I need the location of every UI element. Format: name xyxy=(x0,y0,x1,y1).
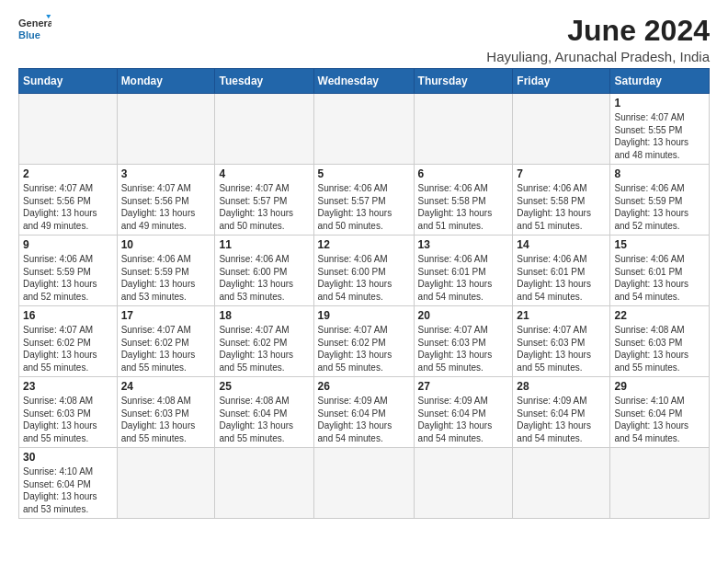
day-info: Sunrise: 4:07 AM Sunset: 6:02 PM Dayligh… xyxy=(219,324,309,373)
calendar-week-1: 1Sunrise: 4:07 AM Sunset: 5:55 PM Daylig… xyxy=(19,94,710,165)
page-container: General Blue June 2024 Hayuliang, Arunac… xyxy=(18,15,710,519)
calendar-cell: 7Sunrise: 4:06 AM Sunset: 5:58 PM Daylig… xyxy=(513,165,610,236)
calendar-cell xyxy=(19,94,118,165)
day-number: 15 xyxy=(614,238,705,251)
header-day-monday: Monday xyxy=(117,69,215,94)
calendar-cell: 8Sunrise: 4:06 AM Sunset: 5:59 PM Daylig… xyxy=(610,165,710,236)
calendar-week-3: 9Sunrise: 4:06 AM Sunset: 5:59 PM Daylig… xyxy=(19,236,710,306)
day-info: Sunrise: 4:06 AM Sunset: 5:58 PM Dayligh… xyxy=(418,182,509,232)
day-info: Sunrise: 4:07 AM Sunset: 6:02 PM Dayligh… xyxy=(23,324,113,373)
day-info: Sunrise: 4:08 AM Sunset: 6:03 PM Dayligh… xyxy=(23,395,113,444)
calendar-week-2: 2Sunrise: 4:07 AM Sunset: 5:56 PM Daylig… xyxy=(19,165,710,236)
day-number: 3 xyxy=(121,167,211,180)
calendar-cell xyxy=(215,448,313,519)
calendar-week-4: 16Sunrise: 4:07 AM Sunset: 6:02 PM Dayli… xyxy=(19,306,710,377)
calendar-cell: 1Sunrise: 4:07 AM Sunset: 5:55 PM Daylig… xyxy=(610,94,710,165)
day-number: 13 xyxy=(418,238,509,251)
day-info: Sunrise: 4:08 AM Sunset: 6:04 PM Dayligh… xyxy=(219,395,309,444)
day-info: Sunrise: 4:09 AM Sunset: 6:04 PM Dayligh… xyxy=(318,395,410,444)
day-info: Sunrise: 4:07 AM Sunset: 5:55 PM Dayligh… xyxy=(614,111,705,161)
day-info: Sunrise: 4:07 AM Sunset: 5:56 PM Dayligh… xyxy=(121,182,211,232)
day-number: 6 xyxy=(418,167,509,180)
day-info: Sunrise: 4:06 AM Sunset: 6:00 PM Dayligh… xyxy=(219,253,309,303)
day-info: Sunrise: 4:08 AM Sunset: 6:03 PM Dayligh… xyxy=(121,395,211,444)
month-title: June 2024 xyxy=(486,15,710,47)
day-number: 10 xyxy=(121,238,211,251)
day-number: 5 xyxy=(318,167,410,180)
calendar-cell: 24Sunrise: 4:08 AM Sunset: 6:03 PM Dayli… xyxy=(117,377,215,448)
calendar-cell: 13Sunrise: 4:06 AM Sunset: 6:01 PM Dayli… xyxy=(414,236,513,306)
calendar-cell: 21Sunrise: 4:07 AM Sunset: 6:03 PM Dayli… xyxy=(513,306,610,377)
calendar-cell: 3Sunrise: 4:07 AM Sunset: 5:56 PM Daylig… xyxy=(117,165,215,236)
day-number: 25 xyxy=(219,380,309,393)
calendar-cell: 6Sunrise: 4:06 AM Sunset: 5:58 PM Daylig… xyxy=(414,165,513,236)
day-number: 11 xyxy=(219,238,309,251)
calendar-cell: 20Sunrise: 4:07 AM Sunset: 6:03 PM Dayli… xyxy=(414,306,513,377)
day-info: Sunrise: 4:06 AM Sunset: 6:01 PM Dayligh… xyxy=(614,253,705,303)
calendar-header-row: SundayMondayTuesdayWednesdayThursdayFrid… xyxy=(19,69,710,94)
header-day-thursday: Thursday xyxy=(414,69,513,94)
calendar-cell: 2Sunrise: 4:07 AM Sunset: 5:56 PM Daylig… xyxy=(19,165,118,236)
calendar-cell: 19Sunrise: 4:07 AM Sunset: 6:02 PM Dayli… xyxy=(313,306,414,377)
calendar-week-6: 30Sunrise: 4:10 AM Sunset: 6:04 PM Dayli… xyxy=(19,448,710,519)
calendar-cell xyxy=(414,94,513,165)
day-info: Sunrise: 4:07 AM Sunset: 6:02 PM Dayligh… xyxy=(121,324,211,373)
header: General Blue June 2024 Hayuliang, Arunac… xyxy=(18,15,710,64)
day-info: Sunrise: 4:07 AM Sunset: 5:56 PM Dayligh… xyxy=(23,182,113,232)
day-info: Sunrise: 4:07 AM Sunset: 5:57 PM Dayligh… xyxy=(219,182,309,232)
calendar-cell: 28Sunrise: 4:09 AM Sunset: 6:04 PM Dayli… xyxy=(513,377,610,448)
day-number: 20 xyxy=(418,309,509,322)
calendar-cell xyxy=(313,448,414,519)
title-block: June 2024 Hayuliang, Arunachal Pradesh, … xyxy=(486,15,710,64)
calendar-table: SundayMondayTuesdayWednesdayThursdayFrid… xyxy=(18,68,710,519)
svg-text:Blue: Blue xyxy=(18,29,40,40)
day-info: Sunrise: 4:10 AM Sunset: 6:04 PM Dayligh… xyxy=(614,395,705,444)
day-info: Sunrise: 4:07 AM Sunset: 6:03 PM Dayligh… xyxy=(418,324,509,373)
day-info: Sunrise: 4:06 AM Sunset: 5:58 PM Dayligh… xyxy=(517,182,606,232)
calendar-cell xyxy=(610,448,710,519)
calendar-cell: 17Sunrise: 4:07 AM Sunset: 6:02 PM Dayli… xyxy=(117,306,215,377)
day-number: 24 xyxy=(121,380,211,393)
header-day-saturday: Saturday xyxy=(610,69,710,94)
day-info: Sunrise: 4:06 AM Sunset: 6:01 PM Dayligh… xyxy=(517,253,606,303)
calendar-cell: 29Sunrise: 4:10 AM Sunset: 6:04 PM Dayli… xyxy=(610,377,710,448)
calendar-cell: 11Sunrise: 4:06 AM Sunset: 6:00 PM Dayli… xyxy=(215,236,313,306)
calendar-cell: 16Sunrise: 4:07 AM Sunset: 6:02 PM Dayli… xyxy=(19,306,118,377)
day-number: 8 xyxy=(614,167,705,180)
calendar-cell: 27Sunrise: 4:09 AM Sunset: 6:04 PM Dayli… xyxy=(414,377,513,448)
calendar-cell xyxy=(513,94,610,165)
day-info: Sunrise: 4:08 AM Sunset: 6:03 PM Dayligh… xyxy=(614,324,705,373)
day-info: Sunrise: 4:06 AM Sunset: 6:01 PM Dayligh… xyxy=(418,253,509,303)
svg-text:General: General xyxy=(18,17,51,29)
calendar-cell: 18Sunrise: 4:07 AM Sunset: 6:02 PM Dayli… xyxy=(215,306,313,377)
day-number: 12 xyxy=(318,238,410,251)
calendar-cell: 14Sunrise: 4:06 AM Sunset: 6:01 PM Dayli… xyxy=(513,236,610,306)
header-day-friday: Friday xyxy=(513,69,610,94)
calendar-cell: 23Sunrise: 4:08 AM Sunset: 6:03 PM Dayli… xyxy=(19,377,118,448)
day-number: 21 xyxy=(517,309,606,322)
day-info: Sunrise: 4:07 AM Sunset: 6:02 PM Dayligh… xyxy=(318,324,410,373)
day-number: 7 xyxy=(517,167,606,180)
day-info: Sunrise: 4:06 AM Sunset: 5:59 PM Dayligh… xyxy=(121,253,211,303)
location-title: Hayuliang, Arunachal Pradesh, India xyxy=(486,49,710,64)
day-number: 4 xyxy=(219,167,309,180)
day-number: 2 xyxy=(23,167,113,180)
header-day-wednesday: Wednesday xyxy=(313,69,414,94)
calendar-cell xyxy=(513,448,610,519)
calendar-cell xyxy=(117,94,215,165)
day-number: 19 xyxy=(318,309,410,322)
calendar-cell: 12Sunrise: 4:06 AM Sunset: 6:00 PM Dayli… xyxy=(313,236,414,306)
calendar-cell xyxy=(117,448,215,519)
day-number: 1 xyxy=(614,97,705,109)
day-number: 22 xyxy=(614,309,705,322)
calendar-cell: 9Sunrise: 4:06 AM Sunset: 5:59 PM Daylig… xyxy=(19,236,118,306)
day-info: Sunrise: 4:09 AM Sunset: 6:04 PM Dayligh… xyxy=(418,395,509,444)
day-info: Sunrise: 4:06 AM Sunset: 5:59 PM Dayligh… xyxy=(614,182,705,232)
calendar-cell xyxy=(414,448,513,519)
calendar-cell: 4Sunrise: 4:07 AM Sunset: 5:57 PM Daylig… xyxy=(215,165,313,236)
day-info: Sunrise: 4:10 AM Sunset: 6:04 PM Dayligh… xyxy=(23,465,113,515)
header-day-tuesday: Tuesday xyxy=(215,69,313,94)
calendar-cell: 22Sunrise: 4:08 AM Sunset: 6:03 PM Dayli… xyxy=(610,306,710,377)
day-number: 26 xyxy=(318,380,410,393)
calendar-cell xyxy=(215,94,313,165)
